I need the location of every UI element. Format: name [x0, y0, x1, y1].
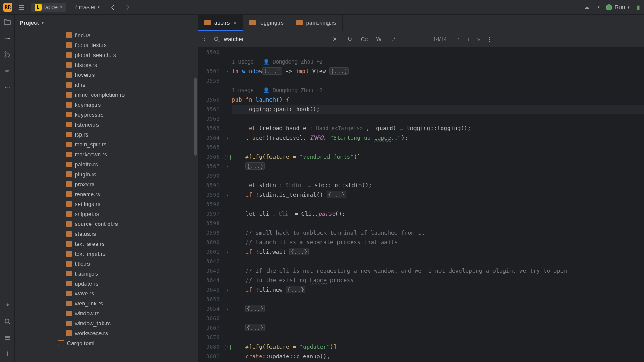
- tree-item[interactable]: keymap.rs: [15, 100, 198, 110]
- tree-item[interactable]: text_input.rs: [15, 249, 198, 259]
- structure-icon[interactable]: ▫▫: [3, 67, 12, 75]
- find-history-button[interactable]: ↻: [344, 34, 355, 44]
- fold-icon[interactable]: ›: [226, 250, 229, 254]
- run-config-selector[interactable]: Run ▾: [606, 4, 630, 10]
- tree-item[interactable]: title.rs: [15, 259, 198, 269]
- tree-item[interactable]: Cargo.toml: [15, 338, 198, 348]
- tree-item[interactable]: snippet.rs: [15, 209, 198, 219]
- project-selector[interactable]: L lapce ▾: [31, 3, 66, 12]
- editor-tab[interactable]: app.rs×: [198, 15, 243, 31]
- vcs-branch-selector[interactable]: ⑂ master ▾: [70, 3, 103, 12]
- tree-item[interactable]: web_link.rs: [15, 298, 198, 308]
- tree-item[interactable]: history.rs: [15, 60, 198, 70]
- problems-icon[interactable]: ⟘: [3, 350, 12, 359]
- tree-item[interactable]: inline_completion.rs: [15, 90, 198, 100]
- tree-item-label: plugin.rs: [75, 171, 96, 178]
- pull-request-icon[interactable]: [3, 50, 12, 59]
- scrollbar[interactable]: [194, 78, 197, 156]
- tree-item[interactable]: lsp.rs: [15, 130, 198, 140]
- project-icon: L: [35, 4, 42, 11]
- code-line: pub fn launch() {: [232, 95, 644, 105]
- tree-item[interactable]: window_tab.rs: [15, 318, 198, 328]
- tree-item[interactable]: status.rs: [15, 229, 198, 239]
- tree-item[interactable]: text_area.rs: [15, 239, 198, 249]
- tree-item[interactable]: palette.rs: [15, 159, 198, 169]
- terminal-icon[interactable]: [3, 333, 12, 342]
- find-bar: › ✕ ↻ Cc W .* 14/14 ↑ ↓ ▿ ⋮: [198, 31, 644, 48]
- tree-item[interactable]: tracing.rs: [15, 269, 198, 279]
- tree-item-label: title.rs: [75, 260, 90, 267]
- code-line: [232, 314, 644, 323]
- find-more-button[interactable]: ⋮: [484, 34, 495, 44]
- project-panel-header[interactable]: Project ▾: [15, 15, 198, 30]
- tree-item-label: id.rs: [75, 82, 86, 88]
- find-clear-button[interactable]: ✕: [330, 34, 340, 44]
- fold-icon[interactable]: ›: [226, 69, 229, 74]
- editor-tabs: app.rs×logging.rspanicking.rs: [198, 15, 644, 31]
- fold-icon[interactable]: ›: [226, 288, 229, 292]
- tree-item[interactable]: listener.rs: [15, 120, 198, 130]
- tree-item[interactable]: id.rs: [15, 80, 198, 90]
- tree-item[interactable]: plugin.rs: [15, 169, 198, 179]
- find-prev-button[interactable]: ↑: [453, 34, 464, 44]
- rust-file-icon: [66, 132, 72, 137]
- tree-item[interactable]: update.rs: [15, 279, 198, 289]
- fold-icon[interactable]: ›: [226, 164, 229, 169]
- tree-item[interactable]: workspace.rs: [15, 328, 198, 338]
- tree-item-label: find.rs: [75, 32, 90, 38]
- cfg-check-icon[interactable]: ✓: [225, 155, 231, 160]
- tree-item-label: snippet.rs: [75, 211, 99, 217]
- rust-file-icon: [66, 152, 72, 157]
- tree-item[interactable]: wave.rs: [15, 289, 198, 298]
- commit-icon[interactable]: ⊶: [3, 34, 12, 42]
- tree-item[interactable]: rename.rs: [15, 189, 198, 199]
- match-case-toggle[interactable]: Cc: [359, 34, 369, 44]
- tree-item-label: text_area.rs: [75, 241, 105, 247]
- find-next-button[interactable]: ↓: [464, 34, 474, 44]
- nav-back-button[interactable]: [108, 2, 118, 13]
- app-icon: RR: [3, 3, 12, 12]
- tree-item[interactable]: markdown.rs: [15, 149, 198, 159]
- tree-item[interactable]: keypress.rs: [15, 110, 198, 120]
- code-body[interactable]: 1 usage 👤 Dongdong Zhou +2 fn window(...…: [232, 48, 644, 362]
- folder-icon[interactable]: [3, 17, 12, 26]
- whole-word-toggle[interactable]: W: [374, 34, 384, 44]
- tree-item[interactable]: settings.rs: [15, 199, 198, 209]
- tree-item[interactable]: find.rs: [15, 30, 198, 40]
- chevron-down-icon: ▾: [98, 5, 100, 10]
- regex-toggle[interactable]: .*: [388, 34, 399, 44]
- rust-file-icon: [66, 32, 72, 38]
- tree-item[interactable]: source_control.rs: [15, 219, 198, 229]
- more-icon[interactable]: ⋯: [3, 83, 12, 92]
- find-expand-button[interactable]: ›: [198, 36, 211, 42]
- find-filter-button[interactable]: ▿: [474, 34, 484, 44]
- editor-tab[interactable]: panicking.rs: [290, 15, 343, 31]
- project-tree[interactable]: find.rsfocus_text.rsglobal_search.rshist…: [15, 30, 198, 362]
- find-input[interactable]: [224, 36, 325, 42]
- tree-item-label: settings.rs: [75, 201, 100, 207]
- tree-item-label: status.rs: [75, 231, 96, 237]
- cloud-sync-button[interactable]: ☁: [581, 2, 592, 13]
- nav-forward-button[interactable]: [122, 2, 133, 13]
- fold-icon[interactable]: ›: [226, 307, 229, 311]
- rust-file-icon: [66, 281, 72, 286]
- tree-item[interactable]: hover.rs: [15, 70, 198, 80]
- tree-item[interactable]: window.rs: [15, 308, 198, 318]
- tree-item[interactable]: main_split.rs: [15, 140, 198, 149]
- close-icon[interactable]: ×: [233, 19, 237, 26]
- tree-item-label: tracing.rs: [75, 270, 98, 277]
- tree-item[interactable]: focus_text.rs: [15, 40, 198, 50]
- tree-item-label: window.rs: [75, 310, 99, 317]
- debug-icon[interactable]: ⌖: [3, 301, 12, 309]
- main-menu-button[interactable]: [16, 2, 27, 13]
- cfg-check-icon[interactable]: ✓: [225, 345, 231, 350]
- code-editor[interactable]: 3500350135593560356135623563356435653566…: [198, 48, 644, 362]
- search-icon[interactable]: [3, 317, 12, 326]
- editor-tab[interactable]: logging.rs: [243, 15, 290, 31]
- layout-icon[interactable]: ⫼: [636, 4, 641, 10]
- tree-item[interactable]: proxy.rs: [15, 179, 198, 189]
- tree-item[interactable]: global_search.rs: [15, 50, 198, 60]
- fold-icon[interactable]: ›: [226, 193, 229, 197]
- fold-icon[interactable]: ›: [226, 136, 229, 140]
- code-line: [232, 114, 644, 124]
